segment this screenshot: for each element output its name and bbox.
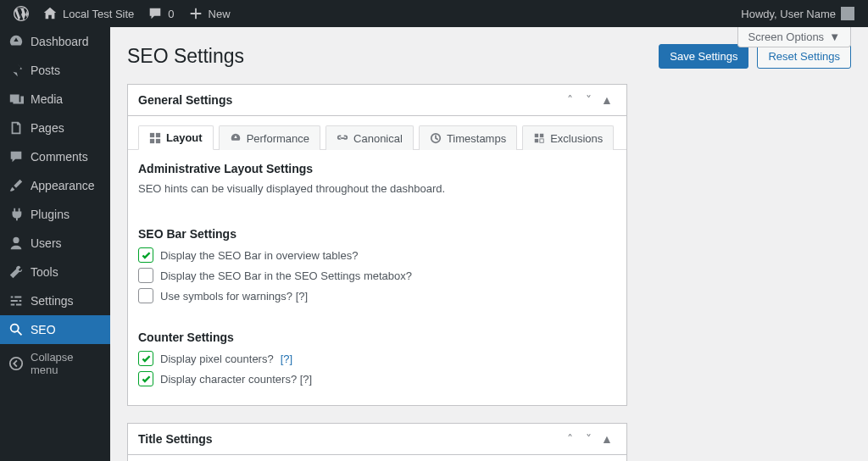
user-menu[interactable]: Howdy, User Name [734, 0, 861, 27]
collapse-toggle-icon[interactable]: ▲ [598, 93, 616, 107]
save-button[interactable]: Save Settings [659, 44, 748, 69]
svg-rect-6 [535, 134, 538, 137]
general-settings-metabox: General Settings ˄ ˅ ▲ Layout Performanc… [127, 84, 627, 406]
move-up-icon[interactable]: ˄ [560, 432, 579, 446]
block-icon [533, 132, 545, 144]
link-icon [337, 132, 348, 144]
sidebar-item-dashboard[interactable]: Dashboard [0, 27, 110, 56]
tab-layout[interactable]: Layout [138, 125, 214, 150]
site-name-link[interactable]: Local Test Site [36, 0, 141, 27]
new-content-link[interactable]: New [181, 0, 237, 27]
checkbox-row[interactable]: Use symbols for warnings? [?] [138, 288, 616, 303]
screen-options-tab[interactable]: Screen Options▼ [737, 27, 851, 47]
plus-icon [188, 6, 203, 21]
svg-rect-4 [156, 138, 160, 142]
svg-rect-2 [156, 132, 160, 136]
checkbox[interactable] [138, 371, 153, 386]
avatar-icon [841, 7, 854, 20]
move-down-icon[interactable]: ˅ [579, 432, 598, 446]
section-title: SEO Bar Settings [138, 227, 616, 241]
move-up-icon[interactable]: ˄ [560, 93, 579, 107]
section-title: Counter Settings [138, 330, 616, 344]
checkbox-row[interactable]: Display the SEO Bar in overview tables? [138, 247, 616, 263]
tab-timestamps[interactable]: Timestamps [419, 125, 517, 150]
gauge-icon [230, 132, 242, 144]
sidebar-item-plugins[interactable]: Plugins [0, 200, 110, 229]
sidebar-item-media[interactable]: Media [0, 85, 110, 114]
svg-rect-7 [540, 134, 543, 137]
admin-sidebar: Dashboard Posts Media Pages Comments App… [0, 27, 110, 461]
collapse-toggle-icon[interactable]: ▲ [598, 432, 616, 446]
svg-rect-9 [540, 139, 543, 142]
search-icon [8, 322, 24, 337]
content-area: Screen Options▼ SEO Settings Save Settin… [110, 27, 868, 461]
user-icon [8, 236, 24, 251]
sidebar-item-tools[interactable]: Tools [0, 258, 110, 286]
checkbox[interactable] [138, 288, 153, 303]
checkbox-row[interactable]: Display pixel counters? [?] [138, 351, 616, 366]
checkbox[interactable] [138, 247, 153, 263]
metabox-header[interactable]: General Settings ˄ ˅ ▲ [128, 85, 626, 116]
comments-count: 0 [168, 8, 174, 20]
section-title: Administrative Layout Settings [138, 162, 616, 175]
media-icon [8, 92, 24, 107]
tab-performance[interactable]: Performance [219, 125, 320, 150]
section-desc: SEO hints can be visually displayed thro… [138, 182, 616, 195]
sliders-icon [8, 293, 24, 308]
admin-toolbar: Local Test Site 0 New Howdy, User Name [0, 0, 868, 27]
wp-logo[interactable] [7, 0, 36, 27]
title-settings-metabox: Title Settings ˄ ˅ ▲ Automated Title Set… [127, 423, 627, 461]
tab-bar: Layout Performance Canonical Timestamps … [128, 125, 626, 150]
sidebar-item-settings[interactable]: Settings [0, 286, 110, 315]
page-title: SEO Settings [127, 45, 650, 68]
chat-icon [147, 6, 163, 21]
brush-icon [8, 178, 24, 193]
wrench-icon [8, 264, 24, 280]
metabox-title: General Settings [138, 93, 560, 107]
sidebar-item-seo[interactable]: SEO [0, 315, 110, 344]
collapse-icon [8, 356, 24, 371]
gauge-icon [8, 34, 24, 49]
checkbox-row[interactable]: Display the SEO Bar in the SEO Settings … [138, 268, 616, 283]
svg-rect-1 [150, 132, 154, 136]
home-icon [42, 6, 58, 21]
plug-icon [8, 207, 24, 222]
tab-canonical[interactable]: Canonical [326, 125, 414, 150]
metabox-header[interactable]: Title Settings ˄ ˅ ▲ [128, 424, 626, 455]
site-name: Local Test Site [63, 8, 134, 20]
svg-rect-3 [150, 138, 154, 142]
pin-icon [8, 63, 24, 78]
howdy-text: Howdy, User Name [741, 8, 836, 20]
sidebar-item-posts[interactable]: Posts [0, 56, 110, 85]
reset-button[interactable]: Reset Settings [757, 44, 851, 69]
chat-icon [8, 149, 24, 164]
sidebar-item-comments[interactable]: Comments [0, 142, 110, 171]
wordpress-icon [14, 6, 29, 21]
svg-point-0 [10, 358, 22, 369]
checkbox[interactable] [138, 351, 153, 366]
checkbox-row[interactable]: Display character counters? [?] [138, 371, 616, 386]
checkbox[interactable] [138, 268, 153, 283]
new-label: New [209, 8, 231, 20]
document-icon [8, 120, 24, 136]
clock-icon [430, 132, 442, 144]
comments-link[interactable]: 0 [141, 0, 181, 27]
sidebar-item-appearance[interactable]: Appearance [0, 171, 110, 200]
move-down-icon[interactable]: ˅ [579, 93, 598, 107]
metabox-title: Title Settings [138, 432, 560, 446]
sidebar-collapse[interactable]: Collapse menu [0, 344, 110, 383]
sidebar-item-users[interactable]: Users [0, 229, 110, 258]
sidebar-item-pages[interactable]: Pages [0, 114, 110, 142]
chevron-down-icon: ▼ [829, 31, 840, 43]
grid-icon [149, 132, 161, 144]
svg-rect-8 [535, 139, 538, 142]
help-link[interactable]: [?] [281, 353, 292, 365]
tab-exclusions[interactable]: Exclusions [522, 125, 614, 150]
